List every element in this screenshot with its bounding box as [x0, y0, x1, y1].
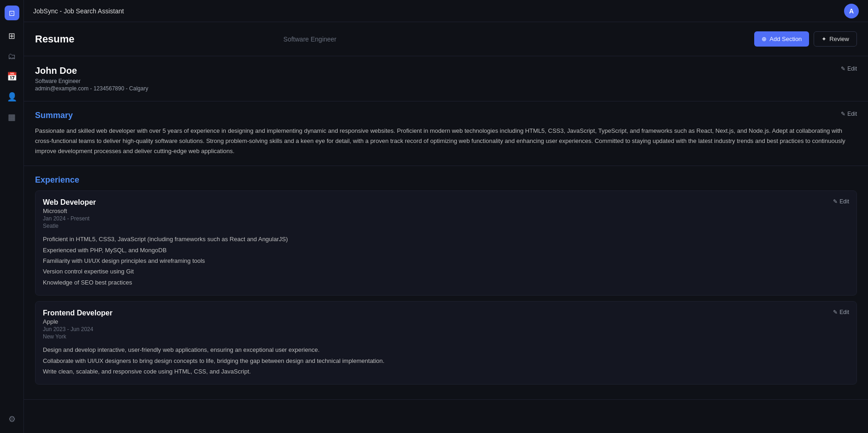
exp2-bullets: Design and develop interactive, user-fri…: [43, 344, 849, 377]
exp1-title: Web Developer: [43, 198, 849, 207]
exp1-bullet-5: Knowledge of SEO best practices: [43, 277, 849, 288]
exp1-company: Microsoft: [43, 208, 849, 214]
summary-edit-button[interactable]: ✎ Edit: [841, 111, 857, 117]
exp2-title: Frontend Developer: [43, 309, 849, 317]
exp1-date: Jan 2024 - Present: [43, 215, 849, 222]
profile-edit-button[interactable]: ✎ Edit: [841, 65, 857, 72]
experience-item-1: Web Developer Microsoft Jan 2024 - Prese…: [35, 190, 857, 296]
exp1-edit-label: Edit: [839, 198, 849, 205]
exp1-edit-button[interactable]: ✎ Edit: [833, 198, 849, 205]
summary-edit-icon: ✎: [841, 111, 845, 117]
exp2-bullet-1: Design and develop interactive, user-fri…: [43, 344, 849, 355]
experience-header: Experience: [35, 175, 857, 185]
summary-section: Summary ✎ Edit Passionate and skilled we…: [24, 101, 868, 166]
sidebar: ⊡ ⊞ 🗂 📅 👤 ▦ ⚙: [0, 0, 24, 433]
star-icon: ✦: [821, 36, 827, 42]
header-actions: ⊕ Add Section ✦ Review: [754, 31, 857, 47]
experience-title: Experience: [35, 175, 79, 185]
exp2-bullet-3: Write clean, scalable, and responsive co…: [43, 366, 849, 377]
profile-card: John Doe Software Engineer admin@example…: [24, 56, 868, 101]
topbar: JobSync - Job Search Assistant A: [24, 0, 868, 22]
summary-title: Summary: [35, 111, 73, 120]
exp2-edit-label: Edit: [839, 309, 849, 315]
sidebar-item-briefcase[interactable]: 🗂: [4, 48, 20, 65]
sidebar-item-calendar[interactable]: 📅: [4, 68, 20, 85]
profile-name: John Doe: [35, 65, 857, 76]
plus-circle-icon: ⊕: [762, 36, 767, 42]
add-section-label: Add Section: [769, 36, 802, 42]
main-area: JobSync - Job Search Assistant A Resume …: [24, 0, 868, 433]
exp1-bullet-2: Experienced with PHP, MySQL, and MongoDB: [43, 245, 849, 255]
exp1-bullet-1: Proficient in HTML5, CSS3, JavaScript (i…: [43, 234, 849, 244]
summary-text: Passionate and skilled web developer wit…: [35, 126, 857, 156]
content-area: Resume Software Engineer ⊕ Add Section ✦…: [24, 22, 868, 433]
edit-icon: ✎: [841, 65, 845, 72]
exp2-bullet-2: Collaborate with UI/UX designers to brin…: [43, 356, 849, 366]
summary-edit-label: Edit: [847, 111, 857, 117]
resume-header: Resume Software Engineer ⊕ Add Section ✦…: [24, 22, 868, 56]
review-label: Review: [829, 36, 849, 42]
exp1-bullet-4: Version control expertise using Git: [43, 266, 849, 277]
exp2-edit-icon: ✎: [833, 309, 838, 315]
sidebar-item-user[interactable]: 👤: [4, 89, 20, 105]
experience-item-2: Frontend Developer Apple Jun 2023 - Jun …: [35, 301, 857, 385]
profile-role: Software Engineer: [35, 78, 857, 84]
exp1-bullets: Proficient in HTML5, CSS3, JavaScript (i…: [43, 234, 849, 288]
exp1-edit-icon: ✎: [833, 198, 838, 205]
logo-icon: ⊡: [9, 9, 15, 18]
avatar[interactable]: A: [844, 4, 859, 18]
exp2-edit-button[interactable]: ✎ Edit: [833, 309, 849, 315]
review-button[interactable]: ✦ Review: [814, 31, 857, 47]
experience-section: Experience Web Developer Microsoft Jan 2…: [24, 166, 868, 400]
sidebar-item-settings[interactable]: ⚙: [4, 411, 20, 427]
profile-contact: admin@example.com - 1234567890 - Calgary: [35, 85, 857, 92]
exp2-location: New York: [43, 333, 849, 340]
add-section-button[interactable]: ⊕ Add Section: [754, 31, 809, 47]
exp1-bullet-3: Familiarity with UI/UX design principles…: [43, 255, 849, 266]
avatar-initials: A: [849, 7, 854, 15]
exp2-date: Jun 2023 - Jun 2024: [43, 326, 849, 332]
sidebar-item-grid[interactable]: ⊞: [4, 28, 20, 44]
resume-subtitle: Software Engineer: [283, 36, 336, 43]
app-logo[interactable]: ⊡: [5, 6, 19, 20]
exp1-location: Seatle: [43, 223, 849, 229]
sidebar-item-table[interactable]: ▦: [4, 109, 20, 125]
profile-edit-label: Edit: [847, 65, 857, 72]
summary-header: Summary ✎ Edit: [35, 111, 857, 120]
topbar-title: JobSync - Job Search Assistant: [33, 7, 124, 15]
exp2-company: Apple: [43, 318, 849, 325]
resume-title: Resume: [35, 33, 75, 45]
